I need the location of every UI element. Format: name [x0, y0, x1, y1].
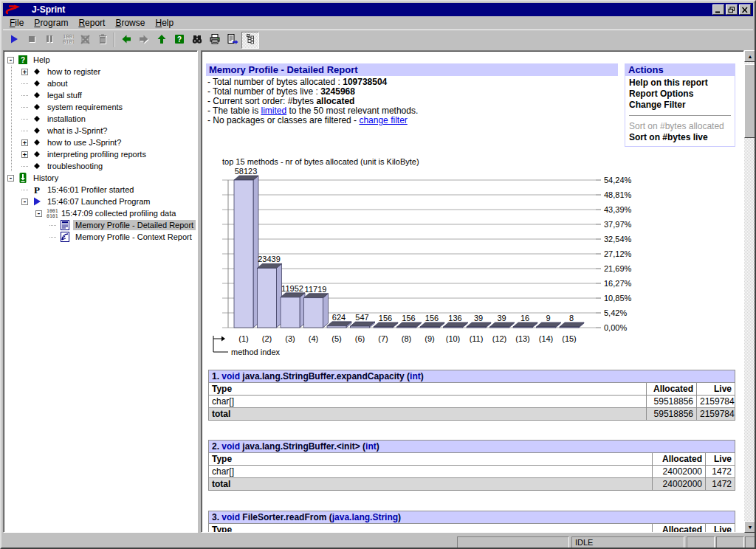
menu-browse[interactable]: Browse	[110, 16, 150, 30]
find-button[interactable]	[188, 32, 206, 49]
status-bar: IDLE	[3, 534, 756, 549]
status-panel-3	[716, 536, 744, 548]
minus-expander-icon[interactable]: -	[35, 210, 42, 217]
svg-text:58123: 58123	[235, 167, 258, 176]
status-panel-state: IDLE	[571, 536, 684, 548]
minus-expander-icon[interactable]: -	[21, 198, 28, 205]
method-table-caption: 2. void java.lang.StringBuffer.<init> (i…	[209, 441, 735, 453]
method-table-caption: 1. void java.lang.StringBuffer.expandCap…	[209, 370, 735, 383]
plus-expander-icon[interactable]: +	[21, 69, 28, 75]
discard-profiling-data-icon	[79, 33, 91, 46]
svg-text:top 15 methods - nr of bytes a: top 15 methods - nr of bytes allocated (…	[222, 157, 419, 166]
pause-icon	[44, 33, 55, 46]
tree-item-troubleshooting[interactable]: troubleshooting	[5, 160, 197, 172]
svg-text:(4): (4)	[309, 334, 318, 343]
tree-item-system-requirements[interactable]: system requirements	[5, 101, 197, 113]
diamond-icon	[32, 113, 45, 125]
tree-item-history[interactable]: -History	[5, 172, 197, 184]
svg-text:(7): (7)	[378, 334, 388, 343]
tree-item-15-46-01-profiler-started[interactable]: P15:46:01 Profiler started	[5, 184, 197, 196]
print-button[interactable]	[206, 32, 224, 49]
table-row: char[]595188562159784	[209, 396, 735, 408]
discard-profiling-data-button	[76, 32, 94, 49]
svg-text:156: 156	[425, 314, 439, 322]
back-icon	[120, 33, 132, 46]
report-vertical-scrollbar[interactable]: ▲ ▼	[744, 50, 756, 533]
tree-item-how-to-use-j-sprint[interactable]: +how to use J-Sprint?	[5, 137, 197, 148]
toolbar: 1001010110010101?	[3, 30, 753, 49]
back-button[interactable]	[117, 32, 135, 49]
tree-item-about[interactable]: about	[5, 77, 197, 89]
tree-item-15-46-07-launched-program[interactable]: -15:46:07 Launched Program	[5, 196, 197, 207]
diamond-icon	[32, 101, 45, 113]
svg-text:P: P	[34, 184, 40, 195]
up-button[interactable]	[153, 32, 171, 49]
help-on-this-report-action[interactable]: Help on this report	[629, 77, 731, 89]
help-button[interactable]: ?	[171, 32, 188, 49]
report-options-action[interactable]: Report Options	[629, 89, 731, 100]
tree-item-help[interactable]: -?Help	[5, 54, 197, 66]
menu-file[interactable]: File	[4, 16, 29, 30]
method-table-caption: 3. void FileSorter.readFrom (java.lang.S…	[209, 511, 735, 524]
tree-item-legal-stuff[interactable]: legal stuff	[5, 89, 197, 101]
limited-link[interactable]: limited	[261, 106, 286, 116]
menu-program[interactable]: Program	[29, 16, 73, 30]
svg-text:21,69%: 21,69%	[604, 264, 632, 273]
plus-expander-icon[interactable]: +	[21, 139, 28, 146]
svg-text:0101: 0101	[47, 213, 58, 218]
plus-expander-icon[interactable]: +	[21, 151, 28, 158]
doc-icon	[60, 219, 73, 231]
column-header-allocated: Allocated	[646, 383, 696, 396]
status-panel-progress	[457, 536, 569, 548]
tree-item-how-to-register[interactable]: +how to register	[5, 66, 197, 77]
menu-help[interactable]: Help	[150, 16, 179, 30]
svg-text:0,00%: 0,00%	[604, 323, 627, 332]
change-filter-action[interactable]: Change Filter	[629, 100, 731, 111]
tree-item-label: how to use J-Sprint?	[45, 137, 123, 148]
restore-button[interactable]	[726, 4, 738, 15]
tree-item-what-is-j-sprint[interactable]: what is J-Sprint?	[5, 125, 197, 137]
sort-on-bytes-live-action[interactable]: Sort on #bytes live	[629, 132, 731, 143]
export-report-button[interactable]	[224, 32, 241, 49]
column-header-live: Live	[706, 524, 735, 534]
tree-item-interpreting-profiling-reports[interactable]: +interpreting profiling reports	[5, 148, 197, 160]
svg-text:(11): (11)	[470, 334, 484, 343]
svg-text:(1): (1)	[238, 334, 248, 343]
table-total-row: total240020001472	[209, 478, 735, 491]
actions-panel: Actions Help on this reportReport Option…	[625, 63, 735, 147]
minimize-button[interactable]	[712, 4, 724, 15]
binary-icon: 10010101	[46, 207, 59, 219]
collect-profiling-data-icon: 1001010110010101	[61, 33, 74, 46]
tree-item-memory-profile-context-report[interactable]: Memory Profile - Context Report	[5, 231, 197, 243]
jsprint-window: { "window": { "title": "J-Sprint" }, "me…	[0, 0, 756, 549]
run-button[interactable]	[5, 32, 23, 49]
menu-report[interactable]: Report	[73, 16, 110, 30]
forward-icon	[138, 33, 150, 46]
change-filter-link[interactable]: change filter	[359, 115, 407, 125]
delete-button	[94, 32, 111, 49]
tree-item-memory-profile-detailed-report[interactable]: Memory Profile - Detailed Report	[5, 219, 197, 231]
toggle-tree-icon	[244, 33, 256, 46]
scroll-down-button[interactable]: ▼	[744, 521, 756, 533]
collect-profiling-data-button: 1001010110010101	[58, 32, 76, 49]
minus-expander-icon[interactable]: -	[7, 175, 14, 182]
tree-item-label: 15:46:07 Launched Program	[45, 196, 152, 207]
minus-expander-icon[interactable]: -	[7, 57, 14, 63]
tree-item-15-47-09-collected-profiling-data[interactable]: -1001010115:47:09 collected profiling da…	[5, 207, 197, 219]
tree-item-label: Memory Profile - Context Report	[73, 232, 194, 242]
tree-item-label: installation	[45, 114, 88, 124]
toggle-tree-button[interactable]	[241, 32, 259, 49]
tree-item-installation[interactable]: installation	[5, 113, 197, 125]
svg-text:624: 624	[332, 313, 346, 322]
toolbar-separator	[114, 32, 115, 47]
scrollbar-thumb[interactable]	[744, 64, 756, 138]
print-icon	[209, 33, 221, 46]
diamond-icon	[32, 89, 45, 101]
close-button[interactable]	[739, 4, 751, 15]
method-table-3: 3. void FileSorter.readFrom (java.lang.S…	[208, 511, 735, 533]
scroll-up-button[interactable]: ▲	[744, 50, 756, 62]
menu-bar: FileProgramReportBrowseHelp	[3, 16, 753, 30]
column-header-live: Live	[706, 453, 735, 466]
title-bar[interactable]: J-Sprint	[3, 3, 753, 16]
svg-text:156: 156	[379, 314, 392, 322]
